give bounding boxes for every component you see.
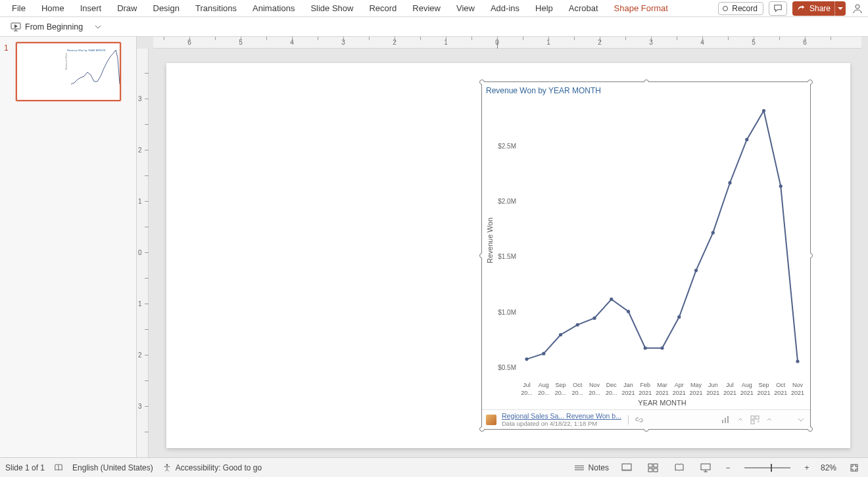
link-icon[interactable] [635,416,643,424]
slide-sorter-view-button[interactable] [644,461,662,474]
svg-text:$1.0M: $1.0M [498,309,516,316]
share-caret-icon[interactable] [834,1,843,16]
user-account-button[interactable] [851,2,864,15]
svg-point-12 [542,352,545,355]
chart-footer-tools: + [721,415,806,425]
svg-text:Oct: Oct [573,382,583,388]
svg-text:Aug: Aug [742,382,752,388]
chart-source-link[interactable]: Regional Sales Sa... Revenue Won b... [502,413,621,420]
svg-rect-68 [751,420,754,424]
slide-counter[interactable]: Slide 1 of 1 [5,463,45,472]
svg-text:Feb: Feb [640,382,650,388]
tab-acrobat[interactable]: Acrobat [561,0,606,17]
svg-text:Jun: Jun [708,382,718,388]
tab-transitions[interactable]: Transitions [187,0,245,17]
chart-refresh-info: Data updated on 4/18/22, 1:18 PM [502,420,621,427]
svg-text:Nov: Nov [589,382,600,388]
zoom-slider[interactable] [744,467,790,468]
svg-text:Sep: Sep [555,382,566,388]
svg-point-22 [711,231,715,235]
svg-text:20...: 20... [538,390,550,396]
tab-slide-show[interactable]: Slide Show [302,0,361,17]
svg-rect-64 [725,418,726,423]
svg-point-11 [525,357,528,361]
from-beginning-button[interactable]: From Beginning [5,19,88,35]
svg-text:Jul: Jul [523,382,531,388]
chart-object[interactable]: Revenue Won by YEAR MONTH $0.5M$1.0M$1.5… [482,82,810,429]
svg-text:$0.5M: $0.5M [498,364,516,371]
zoom-in-button[interactable]: + [802,461,811,474]
tab-home[interactable]: Home [34,0,72,17]
share-button[interactable]: Share [792,1,846,16]
slide-thumbnail-1[interactable]: Revenue Won by YEAR MONTH Revenue Won [16,42,121,101]
record-dot-icon [723,6,728,11]
ruler-v-label: 3 [138,403,142,410]
tab-shape-format[interactable]: Shape Format [606,0,676,17]
svg-text:20...: 20... [571,390,583,396]
comments-button[interactable] [769,1,787,16]
normal-view-button[interactable] [618,461,635,474]
tab-draw[interactable]: Draw [109,0,145,17]
slide-canvas[interactable]: Revenue Won by YEAR MONTH $0.5M$1.0M$1.5… [166,63,850,448]
book-icon [54,463,63,472]
zoom-percent-label[interactable]: 82% [821,463,836,472]
chart-type-caret[interactable] [735,415,746,425]
svg-text:Revenue Won by YEAR MONTH: Revenue Won by YEAR MONTH [67,49,105,52]
record-label: Record [732,4,758,13]
svg-text:Jul: Jul [726,382,734,388]
svg-point-15 [592,317,596,320]
ruler-v-label: 1 [138,198,142,205]
svg-point-16 [610,298,613,301]
svg-text:2021: 2021 [757,390,770,396]
accessibility-icon [162,463,172,472]
svg-point-13 [559,333,562,336]
accessibility-button[interactable]: Accessibility: Good to go [162,463,262,472]
comment-icon [773,4,783,13]
notes-button[interactable]: Notes [574,463,609,472]
svg-point-0 [856,5,859,9]
slideshow-view-button[interactable] [697,461,714,474]
svg-rect-63 [722,420,723,423]
svg-point-17 [627,309,630,313]
tab-file[interactable]: File [4,0,34,17]
svg-point-23 [728,181,731,185]
slide-thumbnail-pane[interactable]: 1 Revenue Won by YEAR MONTH Revenue Won [0,37,137,457]
tab-review[interactable]: Review [404,0,448,17]
svg-text:20...: 20... [521,390,533,396]
spellcheck-button[interactable] [54,463,63,472]
main-area: 1 Revenue Won by YEAR MONTH Revenue Won … [0,37,868,457]
tab-help[interactable]: Help [527,0,561,17]
zoom-slider-thumb[interactable] [771,464,772,472]
slide-edit-area[interactable]: 6543210123456 3210123 Revenue Won by YEA… [137,37,868,457]
tab-add-ins[interactable]: Add-ins [483,0,527,17]
selected-shape[interactable]: Revenue Won by YEAR MONTH $0.5M$1.0M$1.5… [481,81,811,430]
svg-text:Sep: Sep [758,382,769,388]
svg-text:Nov: Nov [792,382,804,388]
chevron-down-icon [95,24,101,30]
chart-filter-button[interactable]: + [750,415,760,425]
thumbnail-preview-icon: Revenue Won by YEAR MONTH Revenue Won [17,43,121,101]
svg-point-21 [694,269,698,272]
chart-more-button[interactable] [796,415,806,425]
share-icon [798,5,806,12]
language-label[interactable]: English (United States) [72,463,153,472]
svg-text:2021: 2021 [706,390,719,396]
qat-dropdown-button[interactable] [95,24,101,30]
tab-animations[interactable]: Animations [245,0,302,17]
tab-view[interactable]: View [448,0,483,17]
svg-text:2021: 2021 [740,390,754,396]
reading-view-button[interactable] [671,461,688,474]
svg-rect-75 [648,468,652,472]
person-icon [852,3,863,14]
zoom-out-button[interactable]: − [723,461,733,474]
svg-point-27 [796,359,799,363]
svg-text:2021: 2021 [791,390,804,396]
fit-to-window-button[interactable] [846,461,863,474]
record-button[interactable]: Record [718,2,763,15]
chart-filter-caret[interactable] [764,415,775,425]
tab-design[interactable]: Design [145,0,187,17]
tab-insert[interactable]: Insert [72,0,110,17]
tab-record[interactable]: Record [361,0,404,17]
notes-icon [574,464,585,472]
chart-type-button[interactable] [721,415,731,425]
